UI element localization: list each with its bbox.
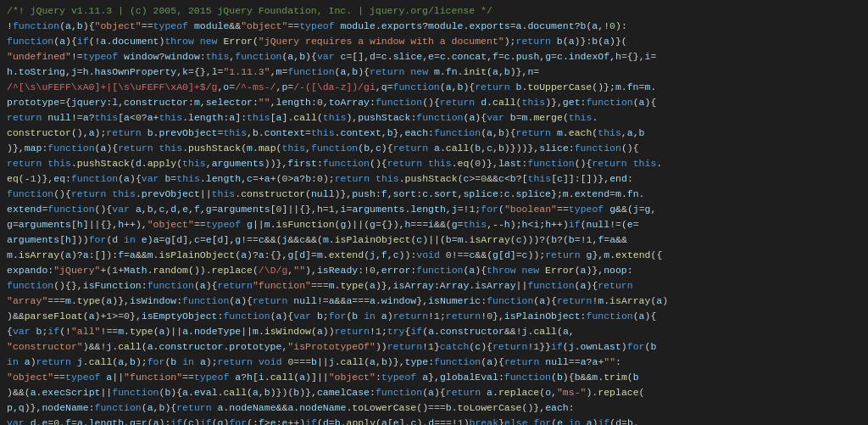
code-editor: /*! jQuery v1.11.3 | (c) 2005, 2015 jQue… bbox=[0, 0, 868, 425]
code-content: /*! jQuery v1.11.3 | (c) 2005, 2015 jQue… bbox=[7, 3, 861, 425]
